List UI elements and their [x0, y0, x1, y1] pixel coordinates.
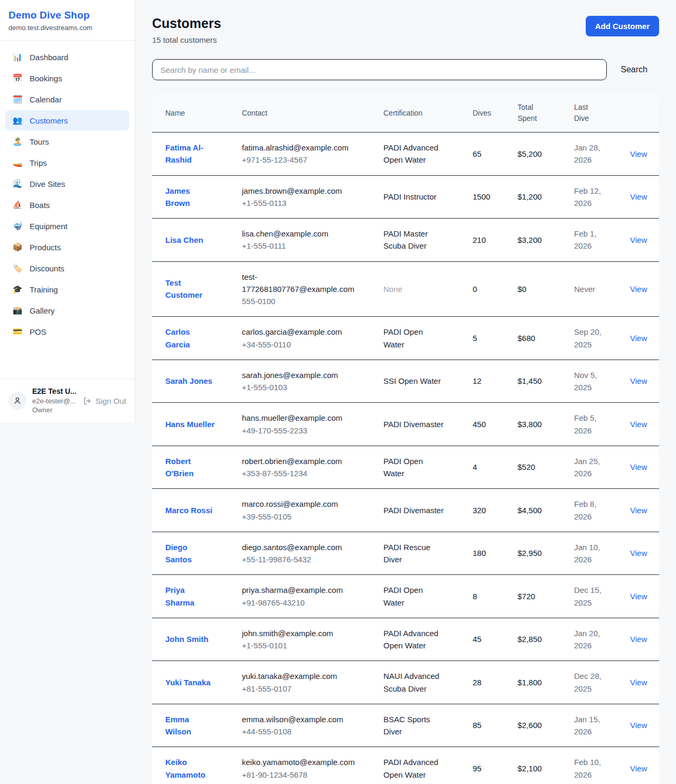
pos-icon: 💳 [12, 327, 23, 336]
customer-dives: 450 [473, 418, 518, 430]
view-link[interactable]: View [630, 235, 647, 244]
customer-total-spent: $2,100 [518, 762, 574, 774]
customer-name-link[interactable]: Yuki Tanaka [165, 676, 211, 688]
customer-total-spent: $1,800 [518, 676, 574, 688]
view-link[interactable]: View [630, 285, 647, 294]
customer-name-link[interactable]: Priya Sharma [165, 584, 215, 609]
customer-certification: PADI Advanced Open Water [383, 627, 446, 652]
customer-name-link[interactable]: Lisa Chen [165, 234, 203, 246]
customer-email: fatima.alrashid@example.com [242, 141, 361, 154]
view-link[interactable]: View [630, 764, 647, 773]
sidebar-item-label: Discounts [30, 264, 64, 273]
customer-name-link[interactable]: Robert O'Brien [165, 455, 215, 480]
customer-email: diego.santos@example.com [242, 541, 361, 553]
search-button[interactable]: Search [621, 65, 647, 74]
customer-name-link[interactable]: Hans Mueller [165, 418, 214, 430]
sidebar-item-products[interactable]: 📦 Products [5, 237, 129, 257]
customer-last-dive: Jan 15, 2026 [574, 713, 606, 738]
customer-name-link[interactable]: Sarah Jones [165, 375, 212, 387]
sidebar-item-equipment[interactable]: 🤿 Equipment [5, 216, 129, 236]
sidebar-item-gallery[interactable]: 📸 Gallery [5, 300, 129, 320]
sidebar-item-pos[interactable]: 💳 POS [5, 322, 129, 342]
customer-total-spent: $520 [518, 461, 574, 473]
customer-certification: PADI Advanced Open Water [383, 141, 446, 166]
customer-name-link[interactable]: Diego Santos [165, 541, 215, 566]
customer-email: hans.mueller@example.com [242, 412, 361, 424]
view-link[interactable]: View [630, 462, 647, 471]
column-header-dives: Dives [473, 108, 518, 119]
table-row: Sarah Jones sarah.jones@example.com +1-5… [152, 360, 659, 403]
customer-email: emma.wilson@example.com [242, 713, 361, 725]
customer-certification: PADI Divemaster [383, 418, 444, 430]
sidebar-item-label: Calendar [30, 95, 62, 104]
customer-name-link[interactable]: Keiko Yamamoto [165, 756, 215, 781]
customer-email: priya.sharma@example.com [242, 584, 361, 596]
customer-last-dive: Jan 20, 2026 [574, 627, 606, 652]
customer-dives: 12 [473, 375, 518, 387]
user-info: E2E Test U... e2e-tester@... Owner [32, 386, 77, 415]
table-body: Fatima Al-Rashid fatima.alrashid@example… [152, 133, 659, 784]
sidebar-item-tours[interactable]: 🏝️ Tours [5, 131, 129, 152]
table-row: Diego Santos diego.santos@example.com +5… [152, 532, 659, 575]
view-link[interactable]: View [630, 376, 647, 385]
view-link[interactable]: View [630, 721, 647, 730]
page-header-text: Customers 15 total customers [152, 16, 221, 44]
view-link[interactable]: View [630, 506, 647, 515]
view-link[interactable]: View [630, 192, 647, 201]
customer-total-spent: $0 [518, 283, 574, 295]
customer-name-link[interactable]: James Brown [165, 185, 215, 210]
sidebar-item-boats[interactable]: ⛵ Boats [5, 195, 129, 215]
customer-dives: 320 [473, 504, 518, 516]
customer-last-dive: Feb 1, 2026 [574, 228, 606, 252]
customer-name-link[interactable]: Test Customer [165, 277, 215, 301]
sidebar-item-dashboard[interactable]: 📊 Dashboard [5, 47, 129, 67]
customer-phone: +81-90-1234-5678 [242, 769, 375, 781]
table-row: Hans Mueller hans.mueller@example.com +4… [152, 403, 659, 446]
app-layout: Demo Dive Shop demo.test.divestreams.com… [0, 0, 676, 784]
view-link[interactable]: View [630, 592, 647, 601]
customer-name-link[interactable]: Emma Wilson [165, 713, 215, 738]
customer-certification: PADI Divemaster [383, 504, 444, 516]
customer-last-dive: Jan 28, 2026 [574, 141, 606, 166]
customer-certification: PADI Open Water [383, 455, 446, 480]
add-customer-button[interactable]: Add Customer [586, 16, 659, 36]
view-link[interactable]: View [630, 549, 647, 558]
customer-phone: +39-555-0105 [242, 511, 375, 523]
customer-last-dive: Dec 28, 2025 [574, 670, 606, 695]
table-row: Keiko Yamamoto keiko.yamamoto@example.co… [152, 747, 659, 784]
sidebar-item-trips[interactable]: 🚤 Trips [5, 153, 129, 173]
customer-name-link[interactable]: John Smith [165, 633, 209, 645]
customer-certification: PADI Open Water [383, 584, 446, 609]
sidebar-item-label: Trips [30, 158, 47, 167]
sidebar-item-bookings[interactable]: 📅 Bookings [5, 68, 129, 88]
view-link[interactable]: View [630, 678, 647, 687]
search-input[interactable] [152, 59, 607, 80]
view-link[interactable]: View [630, 420, 647, 429]
customer-last-dive: Feb 8, 2026 [574, 498, 606, 523]
sidebar-item-customers[interactable]: 👥 Customers [5, 110, 129, 130]
view-link[interactable]: View [630, 334, 647, 343]
customer-name-link[interactable]: Marco Rossi [165, 504, 212, 516]
customer-certification: BSAC Sports Diver [383, 713, 446, 738]
sidebar-item-training[interactable]: 🎓 Training [5, 279, 129, 299]
column-header-name: Name [165, 108, 242, 119]
customer-dives: 85 [473, 719, 518, 731]
customer-last-dive: Feb 10, 2026 [574, 756, 606, 781]
user-name: E2E Test U... [32, 386, 77, 396]
customer-last-dive: Feb 5, 2026 [574, 412, 606, 437]
table-row: Marco Rossi marco.rossi@example.com +39-… [152, 489, 659, 532]
customer-email: carlos.garcia@example.com [242, 326, 361, 338]
equipment-icon: 🤿 [12, 221, 23, 231]
customer-name-link[interactable]: Carlos Garcia [165, 326, 215, 351]
view-link[interactable]: View [630, 149, 647, 158]
customer-name-link[interactable]: Fatima Al-Rashid [165, 141, 215, 166]
customer-email: keiko.yamamoto@example.com [242, 756, 361, 768]
sign-out-button[interactable]: Sign Out [83, 396, 126, 405]
view-link[interactable]: View [630, 635, 647, 644]
column-header-certification: Certification [383, 108, 473, 119]
sidebar-item-dive-sites[interactable]: 🌊 Dive Sites [5, 174, 129, 194]
sidebar-item-calendar[interactable]: 🗓️ Calendar [5, 89, 129, 109]
sidebar-item-label: Bookings [30, 74, 62, 83]
sidebar-item-discounts[interactable]: 🏷️ Discounts [5, 258, 129, 278]
sidebar-item-label: Tours [30, 137, 49, 146]
